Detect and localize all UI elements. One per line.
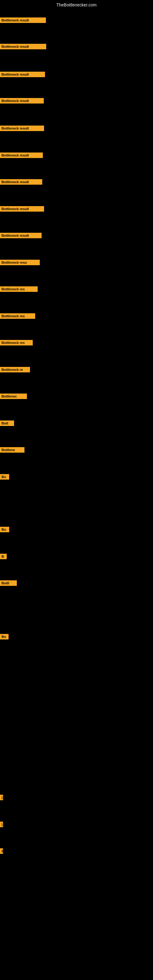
bottleneck-badge-15: Bottlenec: [0, 393, 27, 399]
site-title: TheBottlenecker.com: [56, 2, 97, 7]
bottleneck-badge-8: Bottleneck result: [0, 206, 44, 212]
bottleneck-badge-18: Bo: [0, 474, 9, 480]
bottleneck-badge-13: Bottleneck res: [0, 340, 33, 345]
bottleneck-badge-14: Bottleneck re: [0, 367, 30, 372]
bottleneck-badge-3: Bottleneck result: [0, 72, 45, 77]
bottleneck-badge-7: Bottleneck result: [0, 179, 42, 185]
bottleneck-badge-5: Bottleneck result: [0, 126, 44, 131]
bottleneck-badge-19: Bo: [0, 527, 9, 532]
bottleneck-badge-22: Bo: [0, 634, 9, 640]
bottleneck-badge-2: Bottleneck result: [0, 44, 46, 49]
bottleneck-badge-25: E: [0, 848, 3, 854]
bottleneck-badge-16: Bott: [0, 420, 14, 426]
bottleneck-badge-10: Bottleneck resu: [0, 260, 40, 265]
bottleneck-badge-11: Bottleneck res: [0, 286, 38, 292]
bottleneck-badge-9: Bottleneck result: [0, 233, 41, 238]
bottleneck-badge-1: Bottleneck result: [0, 18, 46, 23]
bottleneck-badge-21: Bottl: [0, 580, 17, 586]
bottleneck-badge-23: |: [0, 795, 3, 800]
bottleneck-badge-17: Bottlene: [0, 447, 24, 453]
bottleneck-badge-4: Bottleneck result: [0, 98, 44, 103]
bottleneck-badge-12: Bottleneck res: [0, 313, 35, 319]
bottleneck-badge-6: Bottleneck result: [0, 153, 43, 158]
bottleneck-badge-20: B: [0, 554, 7, 559]
bottleneck-badge-24: |: [0, 822, 3, 827]
